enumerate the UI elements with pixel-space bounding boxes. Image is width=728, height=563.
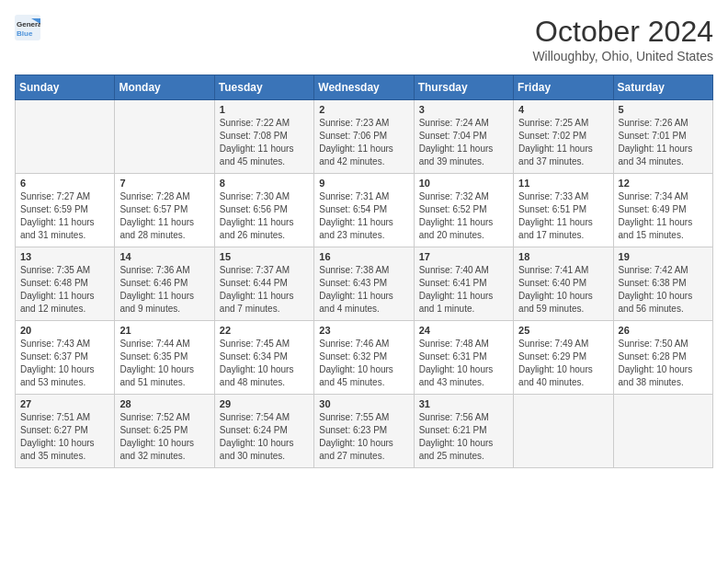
day-number: 8 xyxy=(220,178,309,189)
day-number: 29 xyxy=(220,398,309,409)
logo-icon: General Blue xyxy=(15,15,40,40)
day-number: 21 xyxy=(119,325,209,336)
calendar-cell: 1Sunrise: 7:22 AM Sunset: 7:08 PM Daylig… xyxy=(214,100,313,174)
day-info: Sunrise: 7:28 AM Sunset: 6:57 PM Dayligh… xyxy=(119,190,209,242)
weekday-header-cell: Tuesday xyxy=(214,75,313,100)
calendar-week-row: 27Sunrise: 7:51 AM Sunset: 6:27 PM Dayli… xyxy=(16,395,713,468)
day-info: Sunrise: 7:23 AM Sunset: 7:06 PM Dayligh… xyxy=(319,117,408,168)
day-number: 13 xyxy=(20,251,109,262)
calendar-cell: 15Sunrise: 7:37 AM Sunset: 6:44 PM Dayli… xyxy=(214,247,313,321)
day-info: Sunrise: 7:31 AM Sunset: 6:54 PM Dayligh… xyxy=(319,190,408,242)
day-info: Sunrise: 7:49 AM Sunset: 6:29 PM Dayligh… xyxy=(518,338,608,389)
calendar-cell: 20Sunrise: 7:43 AM Sunset: 6:37 PM Dayli… xyxy=(16,321,115,395)
day-info: Sunrise: 7:55 AM Sunset: 6:23 PM Dayligh… xyxy=(319,411,408,463)
day-number: 7 xyxy=(119,178,209,189)
day-info: Sunrise: 7:26 AM Sunset: 7:01 PM Dayligh… xyxy=(619,117,708,168)
calendar-cell: 23Sunrise: 7:46 AM Sunset: 6:32 PM Dayli… xyxy=(314,321,414,395)
calendar-cell: 24Sunrise: 7:48 AM Sunset: 6:31 PM Dayli… xyxy=(414,321,513,395)
day-number: 10 xyxy=(419,178,508,189)
day-number: 5 xyxy=(619,104,708,115)
calendar-body: 1Sunrise: 7:22 AM Sunset: 7:08 PM Daylig… xyxy=(16,100,713,468)
weekday-header-row: SundayMondayTuesdayWednesdayThursdayFrid… xyxy=(16,75,713,100)
day-number: 3 xyxy=(419,104,508,115)
day-number: 22 xyxy=(220,325,309,336)
day-info: Sunrise: 7:35 AM Sunset: 6:48 PM Dayligh… xyxy=(20,264,109,316)
day-number: 12 xyxy=(619,178,708,189)
calendar-cell xyxy=(613,395,712,468)
day-info: Sunrise: 7:37 AM Sunset: 6:44 PM Dayligh… xyxy=(220,264,309,316)
day-number: 27 xyxy=(20,398,109,409)
calendar-cell xyxy=(16,100,115,174)
day-info: Sunrise: 7:48 AM Sunset: 6:31 PM Dayligh… xyxy=(419,338,508,389)
day-info: Sunrise: 7:38 AM Sunset: 6:43 PM Dayligh… xyxy=(319,264,408,316)
day-number: 2 xyxy=(319,104,408,115)
calendar-cell: 4Sunrise: 7:25 AM Sunset: 7:02 PM Daylig… xyxy=(514,100,613,174)
day-number: 25 xyxy=(518,325,608,336)
day-number: 28 xyxy=(119,398,209,409)
day-info: Sunrise: 7:33 AM Sunset: 6:51 PM Dayligh… xyxy=(518,190,608,242)
calendar-week-row: 1Sunrise: 7:22 AM Sunset: 7:08 PM Daylig… xyxy=(16,100,713,174)
calendar-cell: 19Sunrise: 7:42 AM Sunset: 6:38 PM Dayli… xyxy=(613,247,712,321)
calendar-week-row: 20Sunrise: 7:43 AM Sunset: 6:37 PM Dayli… xyxy=(16,321,713,395)
calendar-week-row: 6Sunrise: 7:27 AM Sunset: 6:59 PM Daylig… xyxy=(16,174,713,247)
day-number: 26 xyxy=(619,325,708,336)
calendar-cell: 8Sunrise: 7:30 AM Sunset: 6:56 PM Daylig… xyxy=(214,174,313,247)
calendar-cell: 11Sunrise: 7:33 AM Sunset: 6:51 PM Dayli… xyxy=(514,174,613,247)
day-number: 15 xyxy=(220,251,309,262)
calendar-cell: 9Sunrise: 7:31 AM Sunset: 6:54 PM Daylig… xyxy=(314,174,414,247)
day-info: Sunrise: 7:51 AM Sunset: 6:27 PM Dayligh… xyxy=(20,411,109,463)
calendar-cell: 17Sunrise: 7:40 AM Sunset: 6:41 PM Dayli… xyxy=(414,247,513,321)
calendar-cell: 10Sunrise: 7:32 AM Sunset: 6:52 PM Dayli… xyxy=(414,174,513,247)
month-title: October 2024 xyxy=(532,15,713,49)
calendar-cell: 28Sunrise: 7:52 AM Sunset: 6:25 PM Dayli… xyxy=(115,395,214,468)
day-info: Sunrise: 7:43 AM Sunset: 6:37 PM Dayligh… xyxy=(20,338,109,389)
svg-text:General: General xyxy=(17,20,40,29)
calendar-cell: 21Sunrise: 7:44 AM Sunset: 6:35 PM Dayli… xyxy=(115,321,214,395)
calendar-cell: 31Sunrise: 7:56 AM Sunset: 6:21 PM Dayli… xyxy=(414,395,513,468)
day-info: Sunrise: 7:44 AM Sunset: 6:35 PM Dayligh… xyxy=(119,338,209,389)
day-info: Sunrise: 7:25 AM Sunset: 7:02 PM Dayligh… xyxy=(518,117,608,168)
day-number: 11 xyxy=(518,178,608,189)
day-number: 18 xyxy=(518,251,608,262)
calendar-cell: 3Sunrise: 7:24 AM Sunset: 7:04 PM Daylig… xyxy=(414,100,513,174)
calendar-cell: 13Sunrise: 7:35 AM Sunset: 6:48 PM Dayli… xyxy=(16,247,115,321)
day-info: Sunrise: 7:24 AM Sunset: 7:04 PM Dayligh… xyxy=(419,117,508,168)
calendar-cell: 5Sunrise: 7:26 AM Sunset: 7:01 PM Daylig… xyxy=(613,100,712,174)
day-number: 14 xyxy=(119,251,209,262)
logo: General Blue xyxy=(15,15,40,40)
weekday-header-cell: Saturday xyxy=(613,75,712,100)
weekday-header-cell: Sunday xyxy=(16,75,115,100)
calendar-cell: 6Sunrise: 7:27 AM Sunset: 6:59 PM Daylig… xyxy=(16,174,115,247)
calendar-cell: 12Sunrise: 7:34 AM Sunset: 6:49 PM Dayli… xyxy=(613,174,712,247)
day-number: 19 xyxy=(619,251,708,262)
day-info: Sunrise: 7:42 AM Sunset: 6:38 PM Dayligh… xyxy=(619,264,708,316)
day-info: Sunrise: 7:27 AM Sunset: 6:59 PM Dayligh… xyxy=(20,190,109,242)
day-number: 4 xyxy=(518,104,608,115)
day-info: Sunrise: 7:36 AM Sunset: 6:46 PM Dayligh… xyxy=(119,264,209,316)
calendar-week-row: 13Sunrise: 7:35 AM Sunset: 6:48 PM Dayli… xyxy=(16,247,713,321)
title-block: October 2024 Willoughby, Ohio, United St… xyxy=(532,15,713,63)
svg-text:Blue: Blue xyxy=(17,29,33,38)
day-info: Sunrise: 7:22 AM Sunset: 7:08 PM Dayligh… xyxy=(220,117,309,168)
calendar-cell: 14Sunrise: 7:36 AM Sunset: 6:46 PM Dayli… xyxy=(115,247,214,321)
weekday-header-cell: Monday xyxy=(115,75,214,100)
day-info: Sunrise: 7:46 AM Sunset: 6:32 PM Dayligh… xyxy=(319,338,408,389)
calendar-cell: 2Sunrise: 7:23 AM Sunset: 7:06 PM Daylig… xyxy=(314,100,414,174)
calendar-cell: 18Sunrise: 7:41 AM Sunset: 6:40 PM Dayli… xyxy=(514,247,613,321)
day-number: 9 xyxy=(319,178,408,189)
calendar-cell: 26Sunrise: 7:50 AM Sunset: 6:28 PM Dayli… xyxy=(613,321,712,395)
weekday-header-cell: Wednesday xyxy=(314,75,414,100)
location-subtitle: Willoughby, Ohio, United States xyxy=(532,49,713,63)
day-info: Sunrise: 7:41 AM Sunset: 6:40 PM Dayligh… xyxy=(518,264,608,316)
day-number: 24 xyxy=(419,325,508,336)
day-number: 16 xyxy=(319,251,408,262)
calendar-cell: 16Sunrise: 7:38 AM Sunset: 6:43 PM Dayli… xyxy=(314,247,414,321)
day-info: Sunrise: 7:32 AM Sunset: 6:52 PM Dayligh… xyxy=(419,190,508,242)
calendar-cell: 25Sunrise: 7:49 AM Sunset: 6:29 PM Dayli… xyxy=(514,321,613,395)
day-info: Sunrise: 7:40 AM Sunset: 6:41 PM Dayligh… xyxy=(419,264,508,316)
day-number: 20 xyxy=(20,325,109,336)
day-info: Sunrise: 7:56 AM Sunset: 6:21 PM Dayligh… xyxy=(419,411,508,463)
calendar-cell: 7Sunrise: 7:28 AM Sunset: 6:57 PM Daylig… xyxy=(115,174,214,247)
day-number: 17 xyxy=(419,251,508,262)
calendar-table: SundayMondayTuesdayWednesdayThursdayFrid… xyxy=(15,75,713,468)
